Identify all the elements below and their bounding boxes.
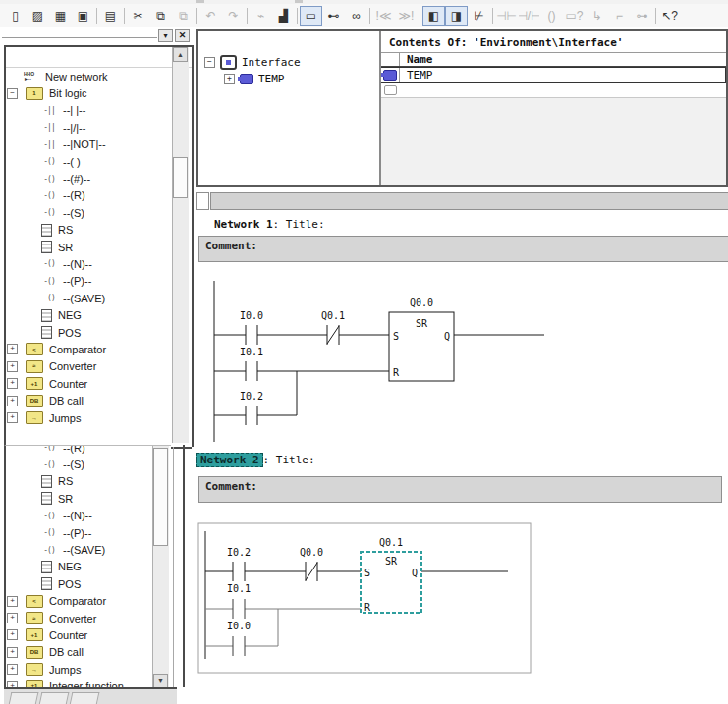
insert-coil-button[interactable]: () [540,6,563,26]
expand-icon[interactable]: + [7,596,18,607]
table-row[interactable]: TEMP [381,67,726,83]
download-button[interactable]: ▟ [272,6,295,26]
print-button[interactable]: ▤ [99,6,122,26]
palette-item-pos[interactable]: POS [6,575,171,592]
palette-item-p[interactable]: -()--(P)-- [6,273,192,290]
operand-label[interactable]: I0.1 [240,347,263,357]
palette-combo[interactable] [2,37,157,38]
expand-icon[interactable]: + [7,344,18,354]
palette-item-r[interactable]: -()--(R) [6,445,171,456]
block-title-box[interactable] [196,192,209,210]
palette-item-[interactable]: -()--( ) [6,153,192,170]
expand-icon[interactable]: + [7,361,18,372]
network2-label-selected[interactable]: Network 2 [196,453,263,467]
save-button[interactable]: ▣ [72,6,94,26]
new-network-button[interactable]: ⊬ [468,6,490,26]
contact-nc-Q0.1[interactable] [327,325,339,345]
expand-icon[interactable]: + [7,412,18,423]
save-station-button[interactable]: ▦ [49,6,72,26]
scrollbar-thumb[interactable] [173,157,188,198]
symbol-information-button[interactable]: ⊷ [322,6,345,26]
palette-item-save[interactable]: -()--(SAVE) [6,290,192,306]
operand-label[interactable]: I0.0 [227,621,251,631]
palette-item-p[interactable]: -()--(P)-- [6,524,171,541]
palette-item-n[interactable]: -()--(N)-- [6,255,192,272]
palette-item-s[interactable]: -()--(S) [6,456,171,472]
palette-item-jumps[interactable]: +→Jumps [6,661,171,677]
help-button[interactable]: ↖? [658,6,681,26]
palette-item-pos[interactable]: POS [6,324,192,341]
operand-label[interactable]: I0.1 [227,583,251,594]
palette-item-[interactable]: -()--(#)-- [6,170,192,187]
operand-label[interactable]: Q0.1 [321,310,345,321]
palette-item-bit-logic[interactable]: −1Bit logic [6,84,192,101]
palette-item-counter[interactable]: ++1Counter [6,626,171,643]
palette-item-sr[interactable]: SR [6,239,192,255]
palette-item-new-network[interactable]: HHO►··New network [6,68,192,84]
expand-icon[interactable]: + [7,664,18,675]
collapse-icon[interactable]: − [204,57,215,68]
paste-button[interactable]: ⧉ [172,6,195,26]
insert-empty-box-button[interactable]: ▭? [563,6,586,26]
open-branch-button[interactable]: ↳ [586,6,608,26]
palette-dropdown-button[interactable]: ▾ [158,29,173,42]
operand-label[interactable]: Q0.0 [300,547,323,558]
contact-no-I0.2[interactable] [233,562,245,581]
cut-button[interactable]: ✂ [127,6,149,26]
undo-button[interactable]: ↶ [199,6,222,26]
scrollbar-thumb[interactable] [153,448,168,546]
palette-item-n[interactable]: -()--(N)-- [6,508,171,524]
open-button[interactable]: ▨ [27,6,49,26]
expand-icon[interactable]: + [7,396,18,406]
insert-connector-button[interactable]: ⊶ [631,6,653,26]
expand-icon[interactable]: + [7,647,18,658]
program-elements-toggle-button[interactable]: ◧ [422,6,445,26]
palette-item-[interactable]: -||--| |-- [6,102,192,119]
contact-no-I0.1[interactable] [233,599,245,619]
redo-button[interactable]: ↷ [222,6,245,26]
network1-comment-bar[interactable]: Comment: [198,236,728,262]
palette-item-sr[interactable]: SR [6,490,171,507]
palette-bottom-scrollbar[interactable]: ▼ [152,446,169,688]
tab-shape[interactable] [39,692,70,704]
palette-item-converter[interactable]: +≈Converter [6,358,192,375]
tab-shape[interactable] [70,692,100,704]
expand-icon[interactable]: + [7,613,18,623]
contact-no-I0.0[interactable] [246,325,257,345]
next-error-button[interactable]: ≫! [395,6,418,26]
insert-contact-no-button[interactable]: ⊣⊢ [495,6,518,26]
palette-item-s[interactable]: -()--(S) [6,204,192,221]
copy-button[interactable]: ⧉ [149,6,172,26]
network2-title-suffix[interactable]: : Title: [263,454,315,466]
insert-contact-nc-button[interactable]: ⊣/⊢ [518,6,540,26]
operand-label[interactable]: I0.0 [240,310,263,321]
network1-label[interactable]: Network 1 [214,218,273,231]
scroll-down-arrow[interactable]: ▼ [153,674,168,688]
interface-tree-root[interactable]: − Interface [204,54,379,71]
block-address[interactable]: Q0.0 [410,298,433,308]
contact-no-I0.2[interactable] [246,406,257,425]
palette-item-neg[interactable]: NEG [6,306,192,323]
palette-item-r[interactable]: -()--(R) [6,188,192,204]
palette-item-rs[interactable]: RS [6,222,192,239]
previous-error-button[interactable]: !≪ [372,6,395,26]
palette-item-db-call[interactable]: +DBDB call [6,644,171,661]
go-to-location-button[interactable]: ⌁ [250,6,272,26]
palette-item-comparator[interactable]: +<Comparator [6,341,192,357]
expand-icon[interactable]: + [7,629,18,640]
table-empty-area[interactable] [381,98,726,185]
block-title-bar[interactable] [210,192,728,210]
collapse-icon[interactable]: − [7,88,18,99]
palette-item-counter[interactable]: ++1Counter [6,375,192,392]
view-overviews-toggle-button[interactable]: ◨ [445,6,468,26]
palette-item-neg[interactable]: NEG [6,559,171,575]
symbolic-representation-button[interactable]: ▭ [300,6,322,26]
tab-shape[interactable] [9,692,39,704]
palette-item-converter[interactable]: +≈Converter [6,610,171,626]
contact-no-I0.1[interactable] [246,361,257,381]
expand-icon[interactable]: + [7,378,18,389]
interface-tree-temp[interactable]: + TEMP [224,71,379,87]
palette-top-scrollbar[interactable]: ▲ [172,47,189,443]
operand-label[interactable]: I0.2 [227,547,251,558]
close-branch-button[interactable]: ⌐ [608,6,631,26]
